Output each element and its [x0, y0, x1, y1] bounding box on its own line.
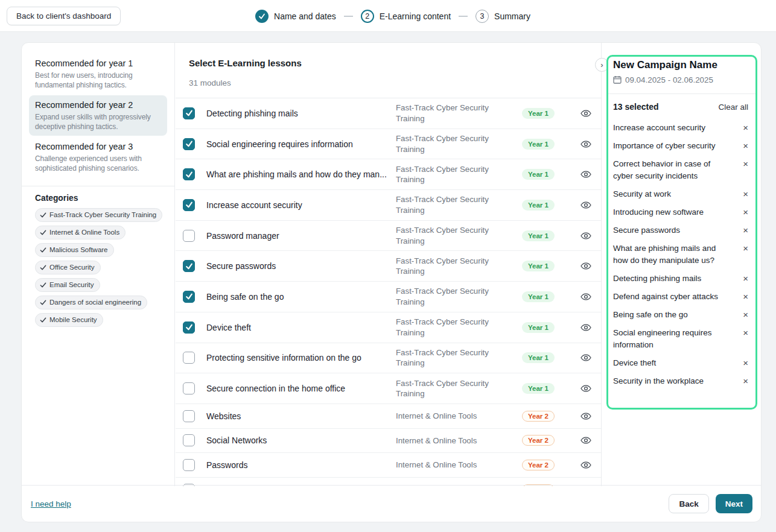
- category-chip[interactable]: Malicious Software: [35, 243, 114, 257]
- preview-eye-icon[interactable]: [580, 262, 591, 270]
- recommendation-item[interactable]: Recommended for year 1 Best for new user…: [29, 54, 167, 94]
- lesson-checkbox[interactable]: [183, 230, 195, 242]
- categories-title: Categories: [35, 194, 167, 203]
- selected-count: 13 selected: [613, 102, 659, 112]
- check-icon: [185, 293, 193, 300]
- preview-eye-icon[interactable]: [580, 436, 591, 445]
- lesson-checkbox[interactable]: [183, 434, 195, 446]
- remove-item-icon[interactable]: ×: [743, 158, 748, 169]
- preview-eye-icon[interactable]: [580, 323, 591, 332]
- lesson-checkbox[interactable]: [183, 459, 195, 471]
- lesson-row: Secure connection in the home office Fas…: [176, 373, 601, 404]
- lessons-header: Select E-Learning lessons 31 modules: [176, 43, 601, 98]
- selected-lesson-item: Device theft ×: [613, 357, 748, 369]
- stepper-step[interactable]: 3 Summary: [475, 10, 530, 23]
- step-circle-upcoming: 3: [475, 10, 489, 23]
- check-icon: [185, 262, 193, 270]
- lesson-row: Passwords Internet & Online Tools Year 2: [176, 453, 601, 478]
- preview-eye-icon[interactable]: [580, 353, 591, 362]
- clear-all-link[interactable]: Clear all: [718, 103, 748, 112]
- selected-lesson-item: Correct behavior in case of cyber securi…: [613, 158, 748, 182]
- lesson-checkbox[interactable]: [183, 410, 195, 422]
- year-badge: Year 1: [522, 169, 555, 180]
- preview-eye-icon[interactable]: [580, 140, 591, 148]
- lesson-checkbox[interactable]: [183, 107, 195, 119]
- recommendation-item[interactable]: Recommended for year 3 Challenge experie…: [29, 137, 167, 177]
- year-badge: Year 2: [522, 435, 555, 446]
- preview-eye-icon[interactable]: [580, 412, 591, 420]
- back-button[interactable]: Back: [669, 494, 708, 513]
- check-icon: [185, 323, 193, 331]
- remove-item-icon[interactable]: ×: [743, 327, 748, 338]
- lesson-checkbox[interactable]: [183, 291, 195, 303]
- year-badge: Year 2: [522, 460, 555, 470]
- remove-item-icon[interactable]: ×: [743, 122, 748, 133]
- lesson-row: Increase account security Fast-Track Cyb…: [176, 190, 601, 221]
- check-icon: [258, 13, 266, 20]
- preview-eye-icon[interactable]: [580, 201, 591, 209]
- modules-count: 31 modules: [189, 78, 588, 89]
- recommendation-item[interactable]: Recommended for year 2 Expand user skill…: [29, 95, 167, 136]
- lesson-checkbox[interactable]: [183, 168, 195, 180]
- year-badge: Year 2: [522, 411, 555, 422]
- preview-eye-icon[interactable]: [580, 232, 591, 240]
- remove-item-icon[interactable]: ×: [743, 140, 748, 151]
- campaign-column: › New Campaign Name 09.04.2025 - 02.06.2…: [602, 43, 762, 486]
- preview-eye-icon[interactable]: [580, 170, 591, 179]
- remove-item-icon[interactable]: ×: [743, 188, 748, 200]
- lesson-row: Social engineering requires information …: [176, 129, 601, 160]
- check-icon: [40, 282, 46, 288]
- help-link[interactable]: I need help: [31, 499, 71, 508]
- stepper-step[interactable]: Name and dates: [255, 10, 336, 23]
- lesson-checkbox[interactable]: [183, 199, 195, 211]
- main-card: Recommended for year 1 Best for new user…: [21, 42, 762, 522]
- preview-eye-icon[interactable]: [580, 384, 591, 393]
- lesson-checkbox[interactable]: [183, 138, 195, 150]
- year-badge: Year 1: [522, 322, 555, 333]
- date-range: 09.04.2025 - 02.06.2025: [625, 75, 713, 84]
- stepper: Name and dates 2 E-Learning content 3 Su…: [0, 0, 776, 32]
- remove-item-icon[interactable]: ×: [743, 224, 748, 236]
- lesson-checkbox[interactable]: [183, 321, 195, 334]
- campaign-panel: New Campaign Name 09.04.2025 - 02.06.202…: [606, 55, 757, 410]
- check-icon: [185, 171, 193, 179]
- remove-item-icon[interactable]: ×: [743, 357, 748, 369]
- category-chip[interactable]: Office Security: [35, 261, 101, 274]
- check-icon: [40, 247, 46, 253]
- footer: I need help Back Next: [22, 485, 761, 522]
- year-badge: Year 1: [522, 383, 555, 394]
- year-badge: Year 1: [522, 200, 555, 211]
- selected-lesson-item: Defend against cyber attacks ×: [613, 291, 748, 303]
- preview-eye-icon[interactable]: [580, 461, 591, 469]
- lesson-row: Detecting phishing mails Fast-Track Cybe…: [176, 98, 601, 129]
- category-chip[interactable]: Dangers of social engineering: [35, 296, 147, 309]
- preview-eye-icon[interactable]: [580, 293, 591, 301]
- remove-item-icon[interactable]: ×: [743, 375, 748, 387]
- category-chip[interactable]: Fast-Track Cyber Security Training: [35, 208, 162, 222]
- remove-item-icon[interactable]: ×: [743, 242, 748, 254]
- check-icon: [185, 109, 193, 117]
- year-badge: Year 1: [522, 139, 555, 150]
- preview-eye-icon[interactable]: [580, 109, 591, 118]
- check-icon: [185, 140, 193, 148]
- remove-item-icon[interactable]: ×: [743, 291, 748, 302]
- selected-lesson-item: Being safe on the go ×: [613, 309, 748, 321]
- category-chip[interactable]: Mobile Security: [35, 313, 103, 327]
- lesson-checkbox[interactable]: [183, 352, 195, 364]
- remove-item-icon[interactable]: ×: [743, 273, 748, 284]
- category-chip[interactable]: Email Security: [35, 278, 100, 292]
- year-badge: Year 1: [522, 261, 555, 271]
- remove-item-icon[interactable]: ×: [743, 309, 748, 320]
- lesson-checkbox[interactable]: [183, 260, 195, 272]
- stepper-step[interactable]: 2 E-Learning content: [361, 10, 451, 23]
- selected-lesson-item: What are phishing mails and how do they …: [613, 242, 748, 267]
- top-bar: Back to client's dashboard Name and date…: [0, 0, 776, 32]
- campaign-dates: 09.04.2025 - 02.06.2025: [613, 75, 748, 84]
- check-icon: [40, 212, 46, 218]
- remove-item-icon[interactable]: ×: [743, 206, 748, 218]
- lesson-checkbox[interactable]: [183, 382, 195, 394]
- selected-lesson-item: Increase account security ×: [613, 122, 748, 134]
- lesson-row: Secure passwords Fast-Track Cyber Securi…: [176, 251, 601, 282]
- category-chip[interactable]: Internet & Online Tools: [35, 226, 126, 239]
- next-button[interactable]: Next: [716, 494, 752, 513]
